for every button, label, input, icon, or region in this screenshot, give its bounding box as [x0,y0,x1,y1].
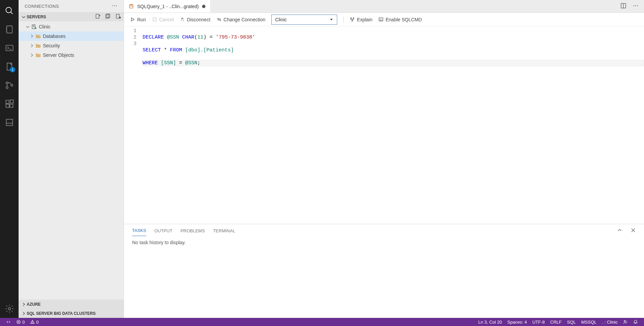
chevron-right-icon [21,311,26,316]
connections-sidebar: CONNECTIONS SERVERS [19,0,124,318]
svg-rect-15 [6,119,13,125]
sidebar-title: CONNECTIONS [25,4,59,9]
database-icon [129,4,134,9]
svg-rect-21 [96,14,99,18]
tab-bar: SQLQuery_1 - ..Clin...grated) [124,0,644,13]
status-encoding[interactable]: UTF-8 [530,320,547,325]
azure-section-header[interactable]: AZURE [19,300,124,309]
svg-point-34 [635,5,636,6]
svg-point-0 [6,7,11,13]
server-action-icon[interactable] [116,14,121,20]
panel-tab-output[interactable]: OUTPUT [154,226,172,236]
svg-point-30 [129,4,133,5]
new-connection-icon[interactable] [95,14,101,20]
panel-tab-problems[interactable]: PROBLEMS [180,226,205,236]
dirty-indicator-icon [202,5,205,8]
status-provider[interactable]: MSSQL [579,320,599,325]
activity-extensions-icon[interactable] [0,94,19,113]
status-bell-icon[interactable] [631,320,640,324]
chevron-right-icon [29,53,35,57]
svg-point-25 [119,17,121,18]
status-language[interactable]: SQL [565,320,578,325]
status-spaces[interactable]: Spaces: 4 [505,320,529,325]
tree-item-security[interactable]: Security [19,41,124,50]
server-label: Clinic [39,24,50,29]
panel-close-icon[interactable] [630,228,636,234]
chevron-down-icon [329,18,333,22]
explorer-badge: 1 [10,67,15,72]
status-position[interactable]: Ln 3, Col 20 [476,320,504,325]
panel-collapse-icon[interactable] [617,228,622,234]
split-editor-icon[interactable] [620,3,626,10]
status-eol[interactable]: CRLF [548,320,564,325]
svg-point-39 [352,20,353,21]
azure-section-label: AZURE [27,302,41,307]
activity-terminal-icon[interactable] [0,39,19,57]
svg-point-44 [624,320,625,322]
tree-item-label: Server Objects [43,52,74,58]
folder-icon [35,34,42,39]
cancel-button[interactable]: Cancel [152,17,174,22]
panel-tabs: TASKS OUTPUT PROBLEMS TERMINAL [124,224,644,237]
status-remote-icon[interactable] [4,320,13,324]
status-connection[interactable]: . : Clinic [600,320,620,325]
folder-icon [35,53,42,57]
status-errors[interactable]: 0 [14,320,27,325]
sidebar-header: CONNECTIONS [19,0,124,12]
status-feedback-icon[interactable] [621,320,630,324]
query-toolbar: Run Cancel Disconnect Change Connection … [124,13,644,26]
code-editor[interactable]: 1 2 3 DECLARE @SSN CHAR(11) = '795-73-98… [124,26,644,224]
status-warnings[interactable]: 0 [28,320,41,325]
svg-point-17 [8,307,10,310]
bigdata-section-header[interactable]: SQL SERVER BIG DATA CLUSTERS [19,309,124,318]
activity-source-control-icon[interactable] [0,76,19,94]
line-gutter: 1 2 3 [124,26,143,224]
tree-item-label: Security [43,43,60,48]
svg-point-37 [351,18,352,19]
tasks-empty-message: No task history to display. [132,240,185,245]
svg-point-10 [11,84,13,86]
explain-button[interactable]: Explain [350,17,372,22]
activity-panel-icon[interactable] [0,113,19,132]
svg-point-18 [113,5,113,6]
enable-sqlcmd-button[interactable]: Enable SQLCMD [378,17,422,22]
activity-settings-icon[interactable] [0,299,19,318]
disconnect-button[interactable]: Disconnect [180,17,210,22]
connection-dropdown[interactable]: Clinic [271,15,337,25]
server-node-clinic[interactable]: Clinic [19,22,124,31]
svg-point-33 [634,5,634,6]
svg-rect-24 [116,14,119,18]
chevron-down-icon [21,15,26,19]
svg-point-20 [116,5,117,6]
editor-column: SQLQuery_1 - ..Clin...grated) Run [124,0,644,318]
svg-point-38 [353,18,354,19]
code-content[interactable]: DECLARE @SSN CHAR(11) = '795-73-9838' SE… [143,26,644,224]
change-connection-button[interactable]: Change Connection [217,17,266,22]
panel-tab-tasks[interactable]: TASKS [132,225,146,236]
activity-search-icon[interactable] [0,1,19,20]
svg-point-8 [6,82,8,84]
run-button[interactable]: Run [130,17,146,22]
activity-explorer-icon[interactable]: 1 [0,57,19,76]
servers-section-header[interactable]: SERVERS [19,12,124,21]
tree-item-databases[interactable]: Databases [19,31,124,41]
panel-tab-terminal[interactable]: TERMINAL [213,226,235,236]
tree-item-server-objects[interactable]: Server Objects [19,50,124,60]
chevron-down-icon [25,24,31,29]
svg-rect-11 [6,100,9,103]
tab-more-icon[interactable] [633,3,639,10]
servers-section-label: SERVERS [27,15,46,19]
new-group-icon[interactable] [105,14,111,20]
sidebar-more-icon[interactable] [112,3,118,10]
activity-notebook-icon[interactable] [0,20,19,39]
svg-point-43 [32,323,33,323]
svg-rect-14 [10,100,13,103]
servers-tree: Clinic Databases [19,21,124,300]
svg-point-35 [637,5,638,6]
svg-rect-13 [10,104,13,107]
connection-value: Clinic [275,17,287,22]
activity-bar: 1 [0,0,19,318]
editor-tab[interactable]: SQLQuery_1 - ..Clin...grated) [124,0,210,13]
separator [343,17,344,23]
tree-item-label: Databases [43,33,66,39]
